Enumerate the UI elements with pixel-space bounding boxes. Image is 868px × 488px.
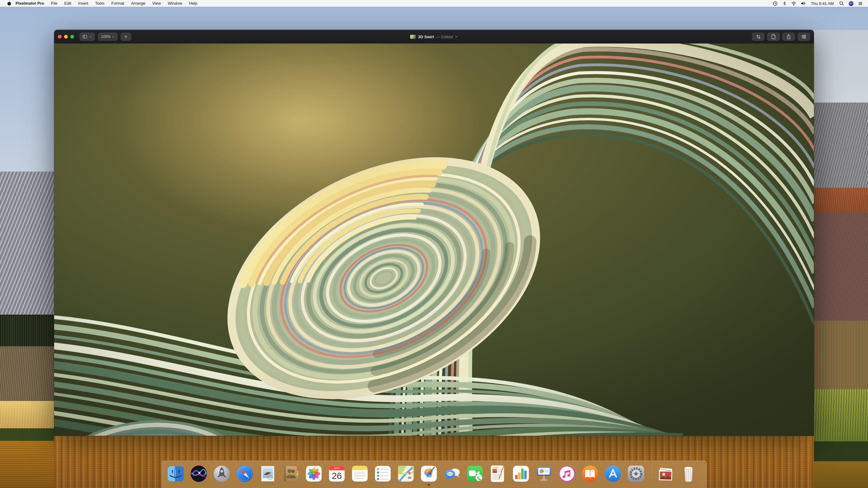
wifi-icon[interactable] — [789, 0, 798, 7]
dock-item-photos[interactable] — [304, 464, 323, 483]
menu-insert[interactable]: Insert — [75, 0, 92, 7]
dock-item-finder[interactable] — [166, 464, 185, 483]
desktop: Pixelmator Pro File Edit Insert Tools Fo… — [0, 0, 868, 488]
dock-item-numbers[interactable] — [511, 464, 531, 483]
mail-icon — [258, 464, 277, 483]
document-button[interactable] — [767, 33, 780, 41]
dock-item-books[interactable] — [580, 464, 599, 483]
dock-item-reminders[interactable] — [373, 464, 393, 483]
running-indicator — [428, 484, 430, 486]
siri-dock-icon — [189, 464, 208, 483]
pixelmator-pro-icon — [419, 464, 438, 483]
menu-view[interactable]: View — [149, 0, 164, 7]
dock-item-app-store[interactable] — [603, 464, 623, 483]
launchpad-icon — [212, 464, 231, 483]
crop-button[interactable] — [752, 33, 765, 41]
maps-3d-badge: 3D — [407, 476, 411, 479]
dock-item-facetime[interactable] — [465, 464, 485, 483]
photos-icon — [304, 464, 323, 483]
messages-icon — [442, 464, 462, 483]
dock-item-pages[interactable]: PAGES — [488, 464, 507, 483]
dock-item-trash[interactable] — [679, 464, 698, 483]
fullscreen-button[interactable] — [70, 35, 74, 38]
dock-item-notes[interactable] — [350, 464, 369, 483]
dock-item-mail[interactable] — [258, 464, 277, 483]
traffic-lights — [58, 35, 74, 38]
menu-clock[interactable]: Thu 9:41 AM — [808, 1, 837, 6]
facetime-icon — [465, 464, 485, 483]
zoom-level-value: 100% — [101, 34, 111, 39]
pages-icon: PAGES — [488, 464, 507, 483]
apple-menu[interactable] — [4, 1, 14, 6]
downloads-stack-icon — [656, 464, 675, 483]
menu-arrange[interactable]: Arrange — [127, 0, 149, 7]
dock-item-siri[interactable] — [189, 464, 208, 483]
wallpaper-left-mountains — [0, 30, 55, 488]
system-preferences-icon — [626, 464, 646, 483]
books-icon — [580, 464, 599, 483]
keynote-icon — [534, 464, 554, 483]
finder-icon — [166, 464, 185, 483]
spotlight-icon[interactable] — [837, 0, 846, 7]
dock: OCT 26 — [162, 461, 707, 488]
notification-center-icon[interactable] — [856, 0, 865, 7]
reminders-icon — [373, 464, 393, 483]
menu-help[interactable]: Help — [186, 0, 201, 7]
document-proxy-icon — [410, 35, 416, 39]
window-title-area: 3D Swirl — Edited — [54, 30, 814, 43]
calendar-month: OCT — [334, 467, 340, 470]
dock-item-messages[interactable] — [442, 464, 462, 483]
time-machine-icon[interactable] — [770, 0, 780, 7]
dock-item-system-preferences[interactable] — [626, 464, 646, 483]
sliders-icon — [801, 34, 806, 39]
bluetooth-icon[interactable] — [780, 0, 789, 7]
document-icon — [771, 34, 776, 39]
crop-icon — [756, 34, 761, 39]
add-button-label: + — [124, 34, 127, 39]
menu-app-name[interactable]: Pixelmator Pro — [14, 0, 48, 7]
dock-item-itunes[interactable] — [557, 464, 577, 483]
menu-format[interactable]: Format — [108, 0, 127, 7]
dock-item-downloads-stack[interactable] — [656, 464, 675, 483]
dock-item-keynote[interactable] — [534, 464, 554, 483]
menu-tools[interactable]: Tools — [92, 0, 108, 7]
share-button[interactable] — [782, 33, 795, 41]
chevron-down-icon — [112, 36, 115, 38]
siri-icon[interactable] — [846, 0, 856, 7]
dock-item-contacts[interactable] — [281, 464, 301, 483]
window-titlebar[interactable]: 100% + 3D Swirl — Edited — [54, 30, 814, 43]
notes-icon — [350, 464, 369, 483]
canvas-options-button[interactable] — [80, 33, 95, 41]
add-button[interactable]: + — [121, 33, 131, 41]
dock-item-calendar[interactable]: OCT 26 — [327, 464, 346, 483]
menu-window[interactable]: Window — [164, 0, 185, 7]
menu-edit[interactable]: Edit — [61, 0, 75, 7]
document-canvas[interactable] — [54, 43, 814, 436]
zoom-level-button[interactable]: 100% — [98, 33, 118, 41]
trash-icon — [679, 464, 698, 483]
adjustments-button[interactable] — [798, 33, 810, 41]
chevron-down-icon — [89, 36, 92, 38]
volume-icon[interactable] — [798, 0, 808, 7]
dock-item-pixelmator-pro[interactable] — [419, 464, 438, 483]
dock-item-launchpad[interactable] — [212, 464, 231, 483]
contacts-icon — [281, 464, 301, 483]
view-options-icon — [83, 35, 88, 39]
dock-item-maps[interactable]: 3D — [396, 464, 415, 483]
dock-item-safari[interactable] — [235, 464, 254, 483]
dock-divider — [651, 464, 651, 484]
minimize-button[interactable] — [64, 35, 68, 38]
close-button[interactable] — [58, 35, 62, 38]
numbers-icon — [511, 464, 531, 483]
share-icon — [786, 34, 791, 39]
calendar-day: 26 — [332, 471, 342, 481]
itunes-icon — [557, 464, 577, 483]
menu-file[interactable]: File — [48, 0, 61, 7]
pixelmator-window: 100% + 3D Swirl — Edited — [54, 30, 814, 436]
document-edited-status: — Edited — [436, 34, 453, 39]
swirl-artwork — [54, 43, 814, 436]
maps-icon: 3D — [396, 464, 415, 483]
wallpaper-right-mountains — [814, 30, 868, 488]
app-store-icon — [603, 464, 623, 483]
apple-icon — [7, 1, 11, 6]
